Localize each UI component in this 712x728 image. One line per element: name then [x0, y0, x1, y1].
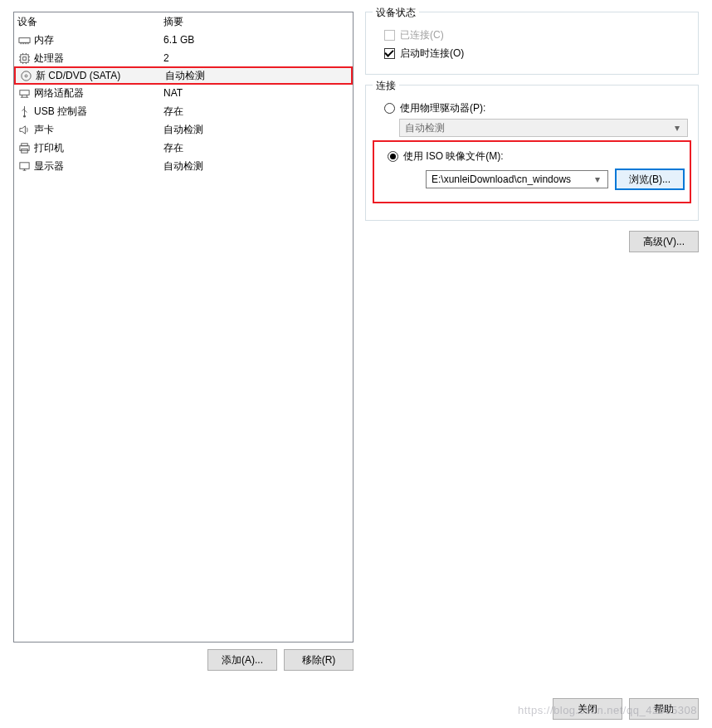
device-summary: NAT: [163, 87, 353, 99]
physical-drive-value: 自动检测: [405, 121, 671, 135]
device-summary: 自动检测: [163, 123, 353, 137]
chevron-down-icon[interactable]: ▾: [591, 173, 604, 185]
device-row[interactable]: 新 CD/DVD (SATA)自动检测: [14, 66, 353, 85]
checkbox-checked-icon[interactable]: [384, 48, 395, 59]
radio-icon[interactable]: [384, 103, 395, 114]
iso-path-text: E:\xunleiDownload\cn_windows: [432, 173, 591, 185]
device-summary: 自动检测: [165, 69, 351, 83]
device-row[interactable]: 网络适配器NAT: [14, 84, 353, 102]
device-summary: 存在: [163, 105, 353, 119]
svg-point-3: [21, 71, 30, 80]
device-name: 内存: [34, 33, 54, 47]
printer-icon: [17, 141, 31, 154]
dialog-footer: 关闭 帮助: [553, 698, 699, 720]
svg-rect-0: [18, 37, 29, 42]
network-icon: [17, 86, 31, 100]
help-button[interactable]: 帮助: [629, 698, 699, 720]
checkbox-icon: [384, 30, 395, 41]
device-list[interactable]: 设备 摘要 内存6.1 GB处理器2新 CD/DVD (SATA)自动检测网络适…: [13, 12, 354, 642]
device-row[interactable]: 处理器2: [14, 49, 353, 67]
device-name: 打印机: [34, 141, 64, 155]
device-name: 处理器: [34, 51, 64, 66]
device-row[interactable]: 打印机存在: [14, 139, 353, 157]
svg-rect-5: [19, 90, 28, 95]
connect-at-poweron-row[interactable]: 启动时连接(O): [384, 46, 688, 61]
device-name: 网络适配器: [34, 86, 84, 100]
use-iso-label: 使用 ISO 映像文件(M):: [403, 149, 504, 164]
connection-group: 连接 使用物理驱动器(P): 自动检测 ▾ 使用 ISO 映像文件(M): E:…: [365, 85, 699, 221]
device-name: 新 CD/DVD (SATA): [36, 69, 120, 83]
col-header-device[interactable]: 设备: [17, 15, 163, 29]
use-physical-label: 使用物理驱动器(P):: [400, 100, 485, 115]
connected-label: 已连接(C): [400, 27, 444, 42]
device-summary: 2: [163, 52, 353, 64]
display-icon: [17, 159, 31, 173]
svg-rect-10: [19, 162, 28, 169]
device-name: 显示器: [34, 159, 64, 173]
use-physical-radio-row[interactable]: 使用物理驱动器(P):: [384, 100, 688, 115]
usb-icon: [17, 105, 31, 118]
device-list-header: 设备 摘要: [14, 12, 353, 31]
device-row[interactable]: USB 控制器存在: [14, 102, 353, 120]
iso-highlight-frame: 使用 ISO 映像文件(M): E:\xunleiDownload\cn_win…: [373, 140, 691, 203]
svg-rect-2: [22, 56, 26, 60]
device-name: USB 控制器: [34, 105, 87, 119]
device-summary: 存在: [163, 141, 353, 155]
device-status-group: 设备状态 已连接(C) 启动时连接(O): [365, 12, 699, 75]
sound-icon: [17, 123, 31, 136]
remove-button[interactable]: 移除(R): [284, 649, 354, 671]
close-button[interactable]: 关闭: [553, 698, 622, 720]
browse-button[interactable]: 浏览(B)...: [615, 169, 685, 190]
advanced-button[interactable]: 高级(V)...: [629, 231, 699, 252]
device-summary: 自动检测: [163, 159, 353, 173]
device-row[interactable]: 声卡自动检测: [14, 120, 353, 139]
cpu-icon: [17, 51, 31, 65]
physical-drive-combo: 自动检测 ▾: [399, 119, 688, 137]
connect-at-poweron-label: 启动时连接(O): [400, 46, 464, 61]
connected-checkbox-row: 已连接(C): [384, 27, 688, 42]
svg-point-4: [25, 75, 27, 77]
device-name: 声卡: [34, 123, 54, 137]
col-header-summary[interactable]: 摘要: [163, 15, 353, 29]
use-iso-radio-row[interactable]: 使用 ISO 映像文件(M):: [388, 149, 685, 164]
chevron-down-icon: ▾: [671, 122, 684, 134]
connection-title: 连接: [373, 79, 399, 93]
device-summary: 6.1 GB: [163, 34, 353, 46]
radio-selected-icon[interactable]: [388, 151, 398, 162]
svg-rect-1: [20, 54, 27, 61]
device-row[interactable]: 内存6.1 GB: [14, 31, 353, 49]
device-status-title: 设备状态: [373, 6, 419, 20]
svg-point-6: [23, 115, 26, 117]
add-button[interactable]: 添加(A)...: [207, 649, 277, 671]
memory-icon: [17, 33, 31, 46]
disc-icon: [19, 69, 32, 82]
device-row[interactable]: 显示器自动检测: [14, 157, 353, 175]
iso-path-combo[interactable]: E:\xunleiDownload\cn_windows ▾: [426, 170, 608, 188]
